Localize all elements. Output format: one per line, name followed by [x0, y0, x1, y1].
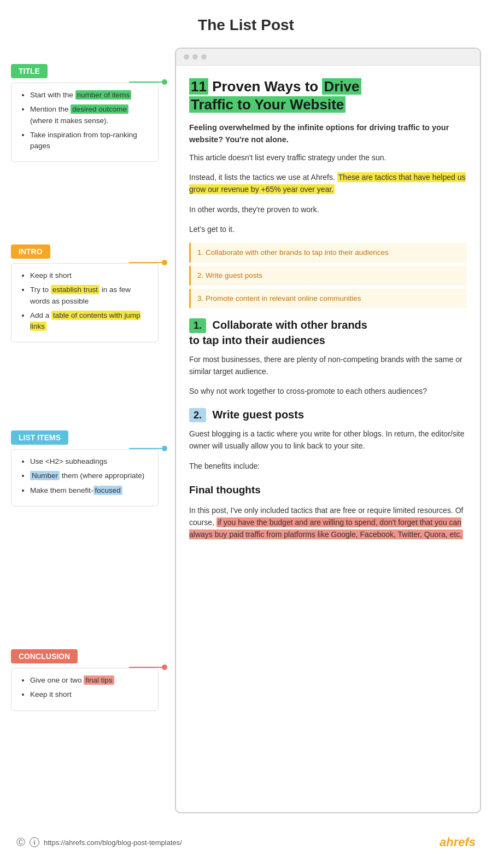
- list-tip-3: Make them benefit-focused: [30, 485, 149, 496]
- conclusion-annotation: CONCLUSION Give one or two final tips Ke…: [11, 649, 159, 711]
- title-tip-3: Take inspiration from top-ranking pages: [30, 130, 149, 152]
- conclusion-tip-1: Give one or two final tips: [30, 675, 149, 686]
- info-icon: i: [30, 837, 39, 847]
- browser-bar: [176, 49, 480, 66]
- toc-highlight: table of contents with jump links: [30, 311, 140, 331]
- article-title-traffic: Traffic to Your Website: [189, 96, 345, 113]
- article-title-num: 11: [189, 78, 208, 95]
- title-label: TITLE: [11, 64, 48, 78]
- intro-label: INTRO: [11, 244, 50, 259]
- toc-item-3: 3. Promote content in relevant online co…: [189, 289, 467, 308]
- title-annotation: TITLE Start with the number of items Men…: [11, 64, 159, 162]
- toc-item-2: 2. Write guest posts: [189, 266, 467, 286]
- section2-heading: 2. Write guest posts: [189, 407, 467, 422]
- conclusion-heading: Final thoughts: [189, 482, 467, 498]
- footer-url: https://ahrefs.com/blog/blog-post-templa…: [44, 838, 182, 847]
- title-tips-box: Start with the number of items Mention t…: [11, 83, 159, 162]
- section2-title: Write guest posts: [213, 409, 304, 421]
- article-para1: This article doesn't list every traffic …: [189, 152, 467, 164]
- conclusion-tips-box: Give one or two final tips Keep it short: [11, 668, 159, 711]
- intro-tip-3: Add a table of contents with jump links: [30, 310, 149, 333]
- article-para4: Let's get to it.: [189, 223, 467, 235]
- conclusion-tip-2: Keep it short: [30, 689, 149, 700]
- toc-list: 1. Collaborate with other brands to tap …: [189, 243, 467, 308]
- page-title: The List Post: [0, 0, 492, 48]
- article-para2: Instead, it lists the tactics we use at …: [189, 171, 467, 196]
- article-intro-bold: Feeling overwhelmed by the infinite opti…: [189, 122, 467, 146]
- desired-outcome-highlight: desired outcome: [71, 104, 128, 114]
- intro-annotation: INTRO Keep it short Try to establish tru…: [11, 244, 159, 342]
- final-tips-highlight: final tips: [84, 675, 114, 685]
- number-highlight: Number: [30, 471, 60, 480]
- section1-para1: For most businesses, there are plenty of…: [189, 353, 467, 378]
- focused-highlight: focused: [93, 486, 122, 495]
- title-tip-2: Mention the desired outcome (where it ma…: [30, 104, 149, 126]
- footer: Ⓒ i https://ahrefs.com/blog/blog-post-te…: [0, 824, 492, 860]
- browser-dot-1: [184, 54, 189, 60]
- conclusion-highlight: if you have the budget and are willing t…: [189, 517, 463, 539]
- title-tip-1: Start with the number of items: [30, 90, 149, 101]
- intro-tips-box: Keep it short Try to establish trust in …: [11, 263, 159, 342]
- intro-tip-2: Try to establish trust in as few words a…: [30, 284, 149, 307]
- number-items-highlight: number of items: [75, 90, 132, 100]
- browser-window: 11 Proven Ways to Drive Traffic to Your …: [175, 48, 481, 813]
- browser-dot-2: [192, 54, 198, 60]
- list-items-label: LIST ITEMS: [11, 430, 68, 445]
- section2-para2: The benefits include:: [189, 460, 467, 472]
- list-tip-2: Number them (where appropriate): [30, 470, 149, 481]
- browser-content: 11 Proven Ways to Drive Traffic to Your …: [176, 66, 480, 561]
- conclusion-label: CONCLUSION: [11, 649, 78, 663]
- browser-dot-3: [201, 54, 207, 60]
- section1-para2: So why not work together to cross-promot…: [189, 385, 467, 397]
- left-panel: TITLE Start with the number of items Men…: [11, 48, 169, 813]
- article-para3: In other words, they're proven to work.: [189, 203, 467, 215]
- section1-num: 1.: [189, 318, 206, 333]
- conclusion-para: In this post, I've only included tactics…: [189, 504, 467, 541]
- list-items-annotation: LIST ITEMS Use <H2> subheadings Number t…: [11, 430, 159, 506]
- establish-trust-highlight: establish trust: [51, 285, 99, 294]
- article-title-drive: Drive: [322, 78, 361, 95]
- footer-brand: ahrefs: [440, 835, 476, 849]
- toc-item-1: 1. Collaborate with other brands to tap …: [189, 243, 467, 263]
- list-tip-1: Use <H2> subheadings: [30, 456, 149, 467]
- section1-title: Collaborate with other brands to tap int…: [189, 319, 367, 346]
- article-para2-text: Instead, it lists the tactics we use at …: [189, 173, 335, 182]
- article-title: 11 Proven Ways to Drive Traffic to Your …: [189, 78, 467, 113]
- cc-icon: Ⓒ: [16, 837, 25, 848]
- section2-num: 2.: [189, 408, 206, 422]
- intro-tip-1: Keep it short: [30, 270, 149, 281]
- footer-left: Ⓒ i https://ahrefs.com/blog/blog-post-te…: [16, 837, 182, 848]
- section2-para1: Guest blogging is a tactic where you wri…: [189, 428, 467, 452]
- list-items-tips-box: Use <H2> subheadings Number them (where …: [11, 449, 159, 506]
- section1-heading: 1. Collaborate with other brands to tap …: [189, 318, 467, 347]
